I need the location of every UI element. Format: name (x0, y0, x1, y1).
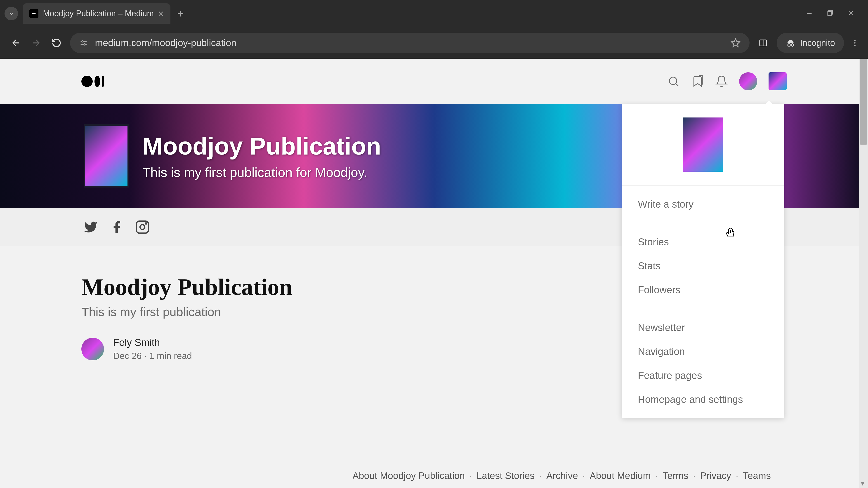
scrollbar-track[interactable]: ▲ ▼ (859, 59, 868, 488)
svg-marker-11 (731, 39, 740, 47)
dropdown-section-manage: Stories Stats Followers (622, 223, 784, 309)
top-nav (0, 59, 868, 104)
scrollbar-thumb[interactable] (860, 59, 867, 144)
publication-avatar[interactable] (769, 72, 786, 90)
svg-point-9 (82, 41, 84, 42)
publication-title: Moodjoy Publication (143, 132, 381, 160)
url-box[interactable]: medium.com/moodjoy-publication (70, 33, 749, 53)
dropdown-item-stories[interactable]: Stories (622, 230, 784, 254)
footer-links: About Moodjoy Publication · Latest Stori… (352, 470, 771, 481)
new-tab-button[interactable]: + (177, 7, 184, 20)
browser-chrome: •• Moodjoy Publication – Medium × + (0, 0, 868, 59)
incognito-label: Incognito (800, 38, 835, 48)
svg-point-23 (140, 225, 145, 229)
svg-point-10 (84, 43, 86, 45)
dropdown-section-settings: Newsletter Navigation Feature pages Home… (622, 309, 784, 418)
svg-point-15 (791, 44, 794, 46)
dropdown-item-followers[interactable]: Followers (622, 278, 784, 302)
user-avatar[interactable] (739, 72, 757, 90)
incognito-badge[interactable]: Incognito (777, 33, 844, 53)
tab-bar: •• Moodjoy Publication – Medium × + (0, 0, 868, 27)
url-text: medium.com/moodjoy-publication (95, 37, 724, 48)
svg-line-21 (676, 84, 678, 86)
svg-point-24 (145, 223, 147, 224)
side-panel-icon[interactable] (756, 36, 770, 50)
hero-text: Moodjoy Publication This is my first pub… (143, 132, 381, 180)
forward-button[interactable] (29, 36, 43, 50)
close-tab-icon[interactable]: × (158, 8, 163, 19)
footer-link-teams[interactable]: Teams (743, 470, 771, 481)
notifications-icon[interactable] (715, 75, 728, 88)
logo-circle-icon (81, 76, 93, 87)
tab-title: Moodjoy Publication – Medium (43, 9, 154, 18)
author-name[interactable]: Fely Smith (113, 337, 192, 348)
dropdown-publication-image (683, 118, 723, 172)
author-avatar[interactable] (81, 338, 104, 360)
dropdown-header (622, 104, 784, 186)
dropdown-item-homepage-settings[interactable]: Homepage and settings (622, 387, 784, 412)
reload-button[interactable] (50, 36, 63, 50)
footer-link-latest[interactable]: Latest Stories (476, 470, 535, 481)
dropdown-item-write-story[interactable]: Write a story (622, 192, 784, 216)
publication-hero-avatar (84, 124, 129, 188)
bookmark-star-icon[interactable] (731, 38, 741, 48)
publication-subtitle: This is my first publication for Moodjoy… (143, 165, 381, 180)
browser-menu-icon[interactable] (851, 39, 859, 47)
twitter-icon[interactable] (84, 220, 98, 234)
maximize-icon[interactable] (827, 9, 834, 18)
svg-point-14 (788, 44, 790, 46)
footer-link-archive[interactable]: Archive (546, 470, 578, 481)
dropdown-item-stats[interactable]: Stats (622, 254, 784, 278)
article-date-readtime: Dec 26 · 1 min read (113, 351, 192, 361)
dropdown-item-feature-pages[interactable]: Feature pages (622, 363, 784, 387)
window-controls (805, 9, 864, 18)
svg-point-18 (854, 42, 856, 43)
scroll-down-icon[interactable]: ▼ (860, 480, 866, 487)
dropdown-section-write: Write a story (622, 186, 784, 223)
dropdown-item-newsletter[interactable]: Newsletter (622, 316, 784, 339)
medium-logo[interactable] (81, 76, 104, 87)
footer-link-privacy[interactable]: Privacy (700, 470, 731, 481)
svg-point-20 (669, 77, 677, 85)
site-settings-icon[interactable] (79, 38, 88, 47)
footer-link-about-medium[interactable]: About Medium (590, 470, 651, 481)
close-window-icon[interactable] (847, 9, 855, 18)
tab-search-dropdown[interactable] (4, 7, 18, 20)
facebook-icon[interactable] (110, 220, 124, 234)
address-bar: medium.com/moodjoy-publication Incognito (0, 27, 868, 59)
logo-oval-icon (94, 76, 100, 87)
publication-dropdown: Write a story Stories Stats Followers Ne… (622, 104, 784, 418)
minimize-icon[interactable] (805, 9, 813, 18)
bookmarks-icon[interactable] (691, 75, 704, 88)
svg-rect-2 (828, 11, 832, 15)
svg-rect-12 (760, 40, 767, 46)
logo-line-icon (102, 76, 104, 87)
page-content: Moodjoy Publication This is my first pub… (0, 59, 868, 488)
back-button[interactable] (9, 36, 23, 50)
medium-favicon-icon: •• (29, 9, 38, 18)
svg-point-17 (854, 40, 856, 41)
footer-link-about-pub[interactable]: About Moodjoy Publication (352, 470, 465, 481)
nav-right (667, 72, 786, 90)
svg-point-19 (854, 45, 856, 46)
footer-link-terms[interactable]: Terms (662, 470, 688, 481)
instagram-icon[interactable] (135, 220, 150, 234)
browser-tab[interactable]: •• Moodjoy Publication – Medium × (23, 3, 170, 24)
search-icon[interactable] (667, 75, 680, 88)
dropdown-item-navigation[interactable]: Navigation (622, 339, 784, 363)
